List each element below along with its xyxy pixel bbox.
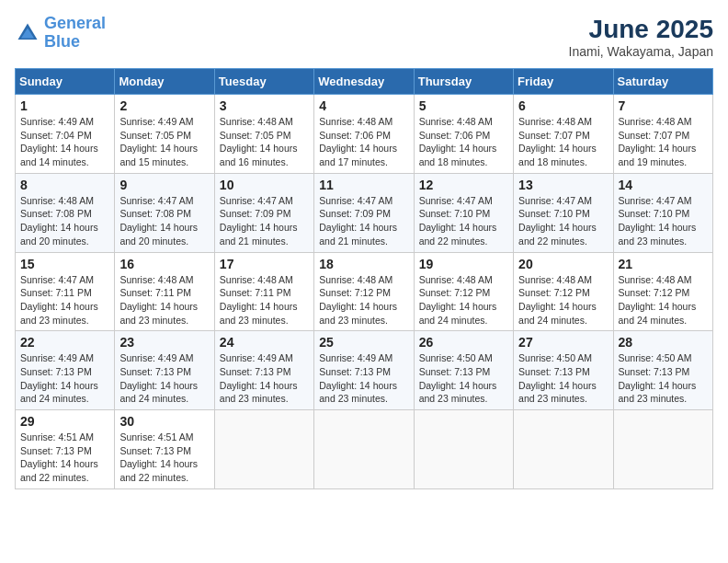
calendar-cell: 18 Sunrise: 4:48 AMSunset: 7:12 PMDaylig… xyxy=(314,252,414,331)
day-number: 12 xyxy=(419,178,508,192)
day-detail: Sunrise: 4:48 AMSunset: 7:12 PMDaylight:… xyxy=(319,274,397,326)
header-thursday: Thursday xyxy=(414,69,513,95)
day-detail: Sunrise: 4:51 AMSunset: 7:13 PMDaylight:… xyxy=(119,431,198,483)
header-saturday: Saturday xyxy=(613,69,712,95)
day-detail: Sunrise: 4:48 AMSunset: 7:11 PMDaylight:… xyxy=(220,274,298,326)
day-number: 22 xyxy=(20,335,109,350)
day-detail: Sunrise: 4:47 AMSunset: 7:10 PMDaylight:… xyxy=(619,195,697,247)
day-detail: Sunrise: 4:48 AMSunset: 7:08 PMDaylight:… xyxy=(20,195,98,247)
calendar-cell: 11 Sunrise: 4:47 AMSunset: 7:09 PMDaylig… xyxy=(314,173,414,252)
day-detail: Sunrise: 4:47 AMSunset: 7:10 PMDaylight:… xyxy=(518,195,597,247)
day-number: 18 xyxy=(319,257,408,271)
day-number: 2 xyxy=(119,98,209,113)
day-detail: Sunrise: 4:48 AMSunset: 7:07 PMDaylight:… xyxy=(518,116,597,167)
day-detail: Sunrise: 4:49 AMSunset: 7:13 PMDaylight:… xyxy=(220,352,298,404)
calendar-cell: 28 Sunrise: 4:50 AMSunset: 7:13 PMDaylig… xyxy=(613,331,712,410)
calendar-cell: 30 Sunrise: 4:51 AMSunset: 7:13 PMDaylig… xyxy=(115,410,214,489)
day-number: 13 xyxy=(518,178,608,192)
calendar-cell: 22 Sunrise: 4:49 AMSunset: 7:13 PMDaylig… xyxy=(16,331,115,410)
day-detail: Sunrise: 4:51 AMSunset: 7:13 PMDaylight:… xyxy=(20,431,98,483)
calendar-cell: 13 Sunrise: 4:47 AMSunset: 7:10 PMDaylig… xyxy=(514,173,613,252)
day-number: 10 xyxy=(220,178,309,192)
day-detail: Sunrise: 4:48 AMSunset: 7:05 PMDaylight:… xyxy=(220,116,298,167)
subtitle: Inami, Wakayama, Japan xyxy=(569,44,713,59)
day-detail: Sunrise: 4:48 AMSunset: 7:11 PMDaylight:… xyxy=(119,274,198,326)
day-detail: Sunrise: 4:47 AMSunset: 7:11 PMDaylight:… xyxy=(20,274,98,326)
logo-blue: Blue xyxy=(44,32,80,51)
day-detail: Sunrise: 4:49 AMSunset: 7:04 PMDaylight:… xyxy=(20,116,98,167)
day-detail: Sunrise: 4:47 AMSunset: 7:09 PMDaylight:… xyxy=(220,195,298,247)
day-detail: Sunrise: 4:48 AMSunset: 7:12 PMDaylight:… xyxy=(419,274,497,326)
logo-general: General xyxy=(44,14,106,32)
calendar-cell xyxy=(214,410,313,489)
calendar-cell: 8 Sunrise: 4:48 AMSunset: 7:08 PMDayligh… xyxy=(16,173,115,252)
calendar-cell: 7 Sunrise: 4:48 AMSunset: 7:07 PMDayligh… xyxy=(613,95,712,174)
calendar-cell: 12 Sunrise: 4:47 AMSunset: 7:10 PMDaylig… xyxy=(414,173,513,252)
calendar-cell: 3 Sunrise: 4:48 AMSunset: 7:05 PMDayligh… xyxy=(214,95,313,174)
day-number: 20 xyxy=(518,257,608,271)
calendar-week-row: 15 Sunrise: 4:47 AMSunset: 7:11 PMDaylig… xyxy=(16,252,713,331)
day-detail: Sunrise: 4:48 AMSunset: 7:12 PMDaylight:… xyxy=(619,274,697,326)
calendar-week-row: 1 Sunrise: 4:49 AMSunset: 7:04 PMDayligh… xyxy=(16,95,713,174)
day-number: 26 xyxy=(419,335,508,350)
logo-text: General Blue xyxy=(44,15,106,52)
day-detail: Sunrise: 4:48 AMSunset: 7:07 PMDaylight:… xyxy=(619,116,697,167)
day-detail: Sunrise: 4:49 AMSunset: 7:13 PMDaylight:… xyxy=(319,352,397,404)
day-number: 5 xyxy=(419,98,508,113)
day-detail: Sunrise: 4:49 AMSunset: 7:13 PMDaylight:… xyxy=(20,352,98,404)
day-detail: Sunrise: 4:48 AMSunset: 7:06 PMDaylight:… xyxy=(419,116,497,167)
calendar-cell: 23 Sunrise: 4:49 AMSunset: 7:13 PMDaylig… xyxy=(115,331,214,410)
calendar-cell: 19 Sunrise: 4:48 AMSunset: 7:12 PMDaylig… xyxy=(414,252,513,331)
day-detail: Sunrise: 4:48 AMSunset: 7:12 PMDaylight:… xyxy=(518,274,597,326)
day-number: 6 xyxy=(518,98,608,113)
calendar-cell: 15 Sunrise: 4:47 AMSunset: 7:11 PMDaylig… xyxy=(16,252,115,331)
calendar-cell: 21 Sunrise: 4:48 AMSunset: 7:12 PMDaylig… xyxy=(613,252,712,331)
calendar-cell: 20 Sunrise: 4:48 AMSunset: 7:12 PMDaylig… xyxy=(514,252,613,331)
calendar-cell: 5 Sunrise: 4:48 AMSunset: 7:06 PMDayligh… xyxy=(414,95,513,174)
day-detail: Sunrise: 4:50 AMSunset: 7:13 PMDaylight:… xyxy=(619,352,697,404)
day-detail: Sunrise: 4:49 AMSunset: 7:05 PMDaylight:… xyxy=(119,116,198,167)
day-detail: Sunrise: 4:48 AMSunset: 7:06 PMDaylight:… xyxy=(319,116,397,167)
page-header: General Blue June 2025 Inami, Wakayama, … xyxy=(15,15,713,59)
header-friday: Friday xyxy=(514,69,613,95)
day-number: 25 xyxy=(319,335,408,350)
logo: General Blue xyxy=(15,15,106,52)
calendar-cell: 17 Sunrise: 4:48 AMSunset: 7:11 PMDaylig… xyxy=(214,252,313,331)
header-sunday: Sunday xyxy=(16,69,115,95)
calendar-cell xyxy=(613,410,712,489)
header-tuesday: Tuesday xyxy=(214,69,313,95)
day-detail: Sunrise: 4:50 AMSunset: 7:13 PMDaylight:… xyxy=(518,352,597,404)
calendar-table: SundayMondayTuesdayWednesdayThursdayFrid… xyxy=(15,68,713,489)
day-number: 15 xyxy=(20,257,109,271)
calendar-cell: 26 Sunrise: 4:50 AMSunset: 7:13 PMDaylig… xyxy=(414,331,513,410)
calendar-cell: 6 Sunrise: 4:48 AMSunset: 7:07 PMDayligh… xyxy=(514,95,613,174)
day-number: 21 xyxy=(619,257,708,271)
calendar-cell: 10 Sunrise: 4:47 AMSunset: 7:09 PMDaylig… xyxy=(214,173,313,252)
day-number: 4 xyxy=(319,98,408,113)
calendar-cell: 25 Sunrise: 4:49 AMSunset: 7:13 PMDaylig… xyxy=(314,331,414,410)
title-area: June 2025 Inami, Wakayama, Japan xyxy=(569,15,713,59)
calendar-cell xyxy=(514,410,613,489)
calendar-header-row: SundayMondayTuesdayWednesdayThursdayFrid… xyxy=(16,69,713,95)
day-number: 23 xyxy=(119,335,209,350)
day-number: 28 xyxy=(619,335,708,350)
day-detail: Sunrise: 4:49 AMSunset: 7:13 PMDaylight:… xyxy=(119,352,198,404)
day-number: 9 xyxy=(119,178,209,192)
day-number: 14 xyxy=(619,178,708,192)
logo-icon xyxy=(15,20,40,46)
calendar-cell: 1 Sunrise: 4:49 AMSunset: 7:04 PMDayligh… xyxy=(16,95,115,174)
main-title: June 2025 xyxy=(569,15,713,44)
header-monday: Monday xyxy=(115,69,214,95)
day-number: 1 xyxy=(20,98,109,113)
day-number: 17 xyxy=(220,257,309,271)
calendar-cell: 14 Sunrise: 4:47 AMSunset: 7:10 PMDaylig… xyxy=(613,173,712,252)
calendar-cell: 2 Sunrise: 4:49 AMSunset: 7:05 PMDayligh… xyxy=(115,95,214,174)
day-number: 29 xyxy=(20,414,109,429)
calendar-cell: 24 Sunrise: 4:49 AMSunset: 7:13 PMDaylig… xyxy=(214,331,313,410)
day-number: 16 xyxy=(119,257,209,271)
calendar-week-row: 29 Sunrise: 4:51 AMSunset: 7:13 PMDaylig… xyxy=(16,410,713,489)
day-number: 8 xyxy=(20,178,109,192)
day-number: 19 xyxy=(419,257,508,271)
day-number: 30 xyxy=(119,414,209,429)
day-detail: Sunrise: 4:47 AMSunset: 7:08 PMDaylight:… xyxy=(119,195,198,247)
